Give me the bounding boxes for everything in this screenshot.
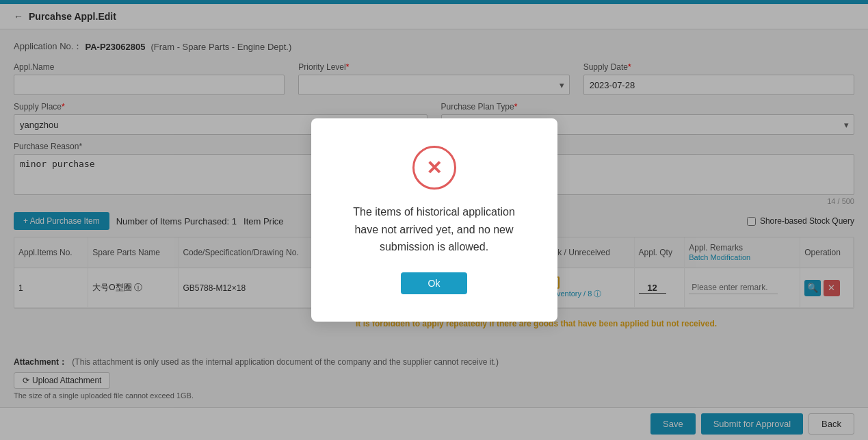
modal-message: The items of historical application have…	[345, 203, 523, 256]
modal-ok-button[interactable]: Ok	[401, 272, 468, 294]
modal-box: ✕ The items of historical application ha…	[311, 118, 557, 322]
modal-overlay: ✕ The items of historical application ha…	[0, 0, 868, 411]
modal-error-icon: ✕	[412, 146, 456, 190]
x-icon: ✕	[426, 157, 442, 179]
